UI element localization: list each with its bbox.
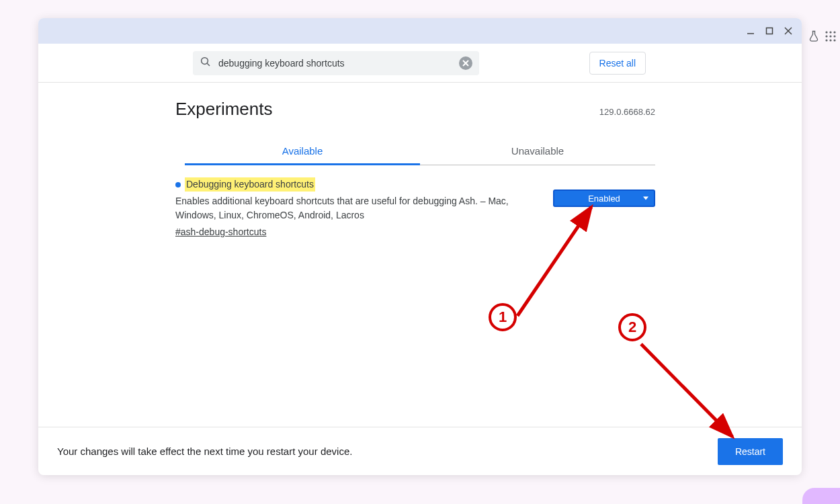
svg-point-4 (202, 57, 208, 64)
flag-title: Debugging keyboard shortcuts (185, 177, 315, 192)
clear-search-icon[interactable] (459, 56, 472, 70)
tabs: Available Unavailable (185, 137, 655, 165)
footer: Your changes will take effect the next t… (38, 427, 802, 475)
flag-state-value: Enabled (588, 194, 620, 204)
svg-point-14 (825, 39, 827, 41)
svg-point-12 (829, 35, 831, 37)
page-title: Experiments (175, 99, 300, 120)
tab-unavailable[interactable]: Unavailable (420, 137, 655, 165)
svg-point-9 (829, 31, 831, 33)
maximize-button[interactable] (760, 22, 779, 40)
flag-state-select[interactable]: Enabled (553, 190, 655, 207)
svg-point-10 (833, 31, 835, 33)
svg-rect-1 (767, 28, 773, 34)
search-input[interactable] (218, 58, 452, 69)
flag-description: Enables additional keyboard shortcuts th… (175, 194, 540, 222)
app-window: Reset all Experiments 129.0.6668.62 Avai… (38, 18, 802, 475)
search-field[interactable] (193, 51, 479, 75)
search-icon (200, 56, 212, 71)
flag-row: Debugging keyboard shortcuts Enables add… (175, 177, 655, 239)
version-label: 129.0.6668.62 (599, 107, 655, 117)
svg-point-13 (833, 35, 835, 37)
svg-line-5 (207, 63, 210, 66)
toolbar: Reset all (38, 44, 802, 83)
decorative-corner (802, 488, 840, 504)
svg-point-8 (825, 31, 827, 33)
tab-available[interactable]: Available (185, 137, 420, 165)
browser-chrome-icons (808, 27, 836, 48)
footer-message: Your changes will take effect the next t… (57, 446, 352, 457)
flag-hash-link[interactable]: #ash-debug-shortcuts (175, 225, 266, 239)
svg-point-16 (833, 39, 835, 41)
apps-grid-icon[interactable] (825, 31, 836, 44)
close-button[interactable] (779, 22, 798, 40)
restart-button[interactable]: Restart (718, 438, 783, 465)
flask-icon[interactable] (808, 30, 820, 46)
svg-point-15 (829, 39, 831, 41)
reset-all-button[interactable]: Reset all (589, 52, 646, 75)
content-area: Experiments 129.0.6668.62 Available Unav… (38, 83, 802, 427)
titlebar (38, 18, 802, 44)
minimize-button[interactable] (741, 22, 760, 40)
modified-dot-icon (175, 182, 181, 187)
svg-point-11 (825, 35, 827, 37)
